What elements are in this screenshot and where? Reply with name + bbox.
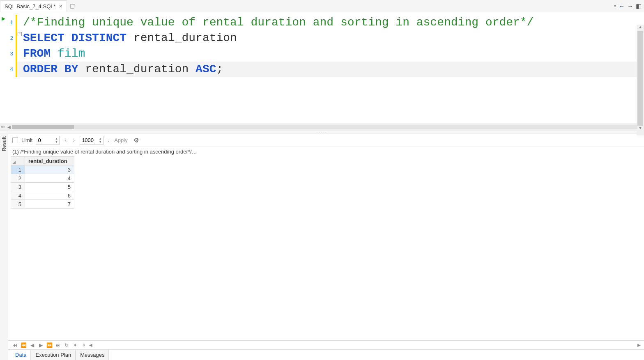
file-tab-title: SQL Basic_7_4.SQL* bbox=[5, 3, 56, 9]
prev-record-icon[interactable]: ◀ bbox=[29, 342, 35, 348]
limit-checkbox[interactable] bbox=[12, 138, 18, 143]
line-number: 2 bbox=[0, 30, 16, 46]
editor-horizontal-scrollbar[interactable]: ⇹ ◀ ▶ bbox=[0, 123, 644, 131]
last-record-icon[interactable]: ⏭ bbox=[55, 342, 61, 348]
editor-vertical-scrollbar[interactable]: ▲ ▼ bbox=[637, 25, 644, 135]
table-row[interactable]: 3 5 bbox=[11, 183, 74, 191]
delete-record-icon[interactable]: ✧ bbox=[80, 342, 87, 348]
gear-icon[interactable]: ⚙ bbox=[133, 137, 139, 144]
column-header[interactable]: rental_duration bbox=[25, 157, 74, 165]
result-grid-wrap: rental_duration 1 3 2 4 3 5 bbox=[8, 156, 644, 340]
new-tab-button[interactable] bbox=[69, 3, 76, 9]
result-side-tab[interactable]: Result bbox=[0, 134, 8, 360]
row-number: 1 bbox=[11, 165, 25, 174]
file-tab[interactable]: SQL Basic_7_4.SQL* × bbox=[0, 0, 67, 12]
tab-data[interactable]: Data bbox=[11, 350, 31, 360]
spinner-up-icon[interactable]: ▲ bbox=[97, 137, 103, 140]
page-next-icon[interactable]: › bbox=[71, 137, 76, 143]
code-line: ORDER BY rental_duration ASC; bbox=[16, 62, 644, 77]
apply-dropdown-icon[interactable]: ⌄ bbox=[107, 138, 110, 142]
code-line: FROM film bbox=[16, 46, 644, 62]
nav-back-icon[interactable]: ← bbox=[619, 2, 625, 9]
page-prev-icon[interactable]: ‹ bbox=[63, 137, 68, 143]
pane-splitter[interactable]: ∙∙∙∙∙ bbox=[0, 131, 644, 134]
editor-gutter: ▶ 1 2 3 4 bbox=[0, 12, 16, 123]
cell-value[interactable]: 5 bbox=[25, 183, 74, 191]
scroll-up-icon[interactable]: ▲ bbox=[637, 25, 644, 31]
table-row[interactable]: 1 3 bbox=[11, 165, 74, 174]
scroll-right-icon[interactable]: ▶ bbox=[637, 343, 641, 347]
row-number: 3 bbox=[11, 183, 25, 191]
next-page-icon[interactable]: ⏩ bbox=[46, 342, 53, 348]
scroll-down-icon[interactable]: ▼ bbox=[637, 126, 644, 132]
apply-button[interactable]: Apply bbox=[114, 137, 128, 143]
line-number: 3 bbox=[0, 46, 16, 62]
first-record-icon[interactable]: ⏮ bbox=[12, 342, 18, 348]
code-area[interactable]: − /*Finding unique value of rental durat… bbox=[16, 12, 644, 123]
row-number: 2 bbox=[11, 174, 25, 183]
limit-label: Limit bbox=[21, 137, 32, 143]
tab-dropdown-icon[interactable]: ▾ bbox=[614, 4, 616, 8]
limit-input[interactable] bbox=[36, 137, 53, 143]
table-row[interactable]: 4 6 bbox=[11, 191, 74, 200]
row-number: 4 bbox=[11, 191, 25, 200]
row-number: 5 bbox=[11, 200, 25, 209]
code-line: SELECT DISTINCT rental_duration bbox=[16, 30, 644, 46]
cell-value[interactable]: 7 bbox=[25, 200, 74, 209]
refresh-icon[interactable]: ↻ bbox=[63, 342, 70, 348]
limit-spinner[interactable]: ▲▼ bbox=[36, 136, 60, 145]
cell-value[interactable]: 3 bbox=[25, 165, 74, 174]
result-bottom-tabs: Data Execution Plan Messages bbox=[8, 349, 644, 360]
result-side-label: Result bbox=[1, 136, 7, 151]
next-record-icon[interactable]: ▶ bbox=[37, 342, 44, 348]
split-handle-icon[interactable]: ⇹ bbox=[0, 124, 6, 130]
change-marker bbox=[16, 15, 17, 77]
table-row[interactable]: 2 4 bbox=[11, 174, 74, 183]
spinner-down-icon[interactable]: ▼ bbox=[97, 140, 103, 144]
prev-page-icon[interactable]: ⏪ bbox=[20, 342, 27, 348]
code-line: /*Finding unique value of rental duratio… bbox=[16, 15, 644, 30]
scroll-thumb[interactable] bbox=[637, 31, 643, 126]
tab-messages[interactable]: Messages bbox=[76, 350, 109, 360]
scroll-left-icon[interactable]: ◀ bbox=[6, 125, 12, 129]
table-row[interactable]: 5 7 bbox=[11, 200, 74, 209]
scroll-left-icon[interactable]: ◀ bbox=[89, 343, 92, 347]
result-panel: Result Limit ▲▼ ‹ › ▲▼ ⌄ Apply ⚙ (1) /*F… bbox=[0, 134, 644, 360]
pagesize-spinner[interactable]: ▲▼ bbox=[80, 136, 104, 145]
grid-navigation-footer: ⏮ ⏪ ◀ ▶ ⏩ ⏭ ↻ ✦ ✧ ◀ ▶ bbox=[8, 340, 644, 349]
close-tab-icon[interactable]: × bbox=[59, 3, 62, 9]
scroll-track[interactable] bbox=[12, 125, 637, 129]
line-number: 4 bbox=[0, 62, 16, 77]
nav-forward-icon[interactable]: → bbox=[627, 2, 633, 9]
cell-value[interactable]: 6 bbox=[25, 191, 74, 200]
result-toolbar: Limit ▲▼ ‹ › ▲▼ ⌄ Apply ⚙ bbox=[8, 134, 644, 147]
tab-bar-actions: ▾ ← → ◧ bbox=[614, 2, 642, 10]
fold-toggle-icon[interactable]: − bbox=[18, 32, 22, 36]
result-body: Limit ▲▼ ‹ › ▲▼ ⌄ Apply ⚙ (1) /*Finding … bbox=[8, 134, 644, 360]
sql-editor[interactable]: ▶ 1 2 3 4 − /*Finding unique value of re… bbox=[0, 12, 644, 123]
spinner-down-icon[interactable]: ▼ bbox=[53, 140, 59, 144]
result-caption: (1) /*Finding unique value of rental dur… bbox=[8, 147, 644, 156]
result-grid[interactable]: rental_duration 1 3 2 4 3 5 bbox=[11, 156, 74, 209]
pagesize-input[interactable] bbox=[80, 137, 97, 143]
svg-rect-0 bbox=[70, 4, 74, 8]
panel-toggle-icon[interactable]: ◧ bbox=[636, 2, 642, 10]
tab-bar: SQL Basic_7_4.SQL* × ▾ ← → ◧ bbox=[0, 0, 644, 12]
spinner-up-icon[interactable]: ▲ bbox=[53, 137, 59, 140]
tab-execution-plan[interactable]: Execution Plan bbox=[31, 350, 76, 360]
grid-corner[interactable] bbox=[11, 157, 25, 165]
cell-value[interactable]: 4 bbox=[25, 174, 74, 183]
scroll-thumb[interactable] bbox=[12, 125, 74, 129]
run-arrow-icon[interactable]: ▶ bbox=[2, 16, 5, 21]
add-record-icon[interactable]: ✦ bbox=[72, 342, 78, 348]
